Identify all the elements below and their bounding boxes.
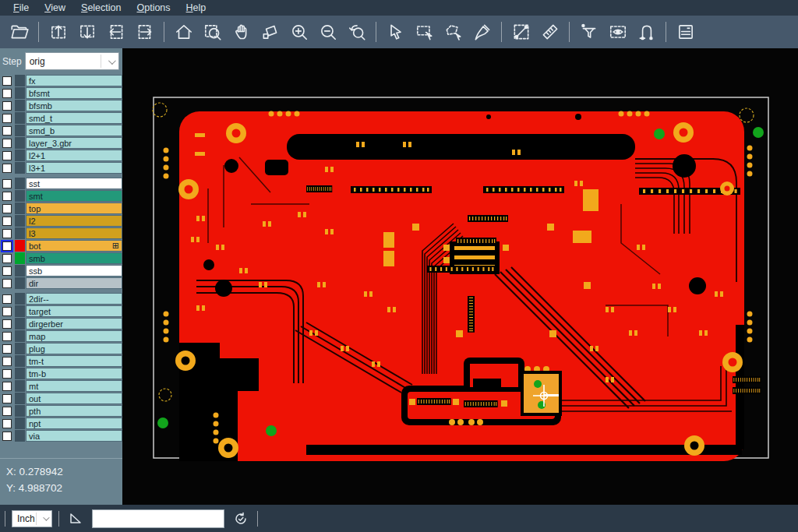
layer-swatch[interactable]	[15, 87, 25, 99]
layer-row-l2[interactable]: l2	[0, 215, 122, 227]
layer-swatch[interactable]	[15, 380, 25, 392]
step-select[interactable]: orig	[25, 52, 119, 70]
layer-label[interactable]: l2+1	[26, 150, 122, 161]
layer-swatch[interactable]	[15, 355, 25, 367]
layer-row-tm-b[interactable]: tm-b	[0, 368, 122, 379]
menu-file[interactable]: File	[6, 1, 36, 15]
measure-line-button[interactable]	[507, 18, 535, 46]
layer-swatch[interactable]	[15, 293, 25, 305]
route-path-button[interactable]	[632, 18, 661, 46]
layer-label[interactable]: mt	[26, 380, 122, 392]
select-polygon-button[interactable]	[439, 18, 468, 46]
layer-swatch[interactable]	[15, 125, 25, 136]
unit-select[interactable]: Inch	[12, 510, 52, 527]
shift-up-button[interactable]	[44, 18, 72, 46]
layer-checkbox[interactable]	[2, 344, 12, 354]
layer-checkbox[interactable]	[2, 419, 12, 428]
layer-checkbox[interactable]	[2, 357, 12, 366]
clean-brush-button[interactable]	[468, 18, 496, 46]
layer-checkbox[interactable]	[2, 241, 12, 251]
layer-label[interactable]: sst	[26, 178, 122, 189]
shift-right-button[interactable]	[130, 18, 159, 46]
layer-checkbox[interactable]	[2, 266, 12, 276]
layer-label[interactable]: tm-b	[26, 368, 122, 379]
layer-label[interactable]: dirgerber	[26, 318, 122, 329]
layer-label[interactable]: l3+1	[26, 162, 122, 174]
layer-row-2dir[interactable]: 2dir--	[0, 293, 122, 305]
layer-row-l3[interactable]: l3	[0, 227, 122, 239]
layer-row-via[interactable]: via	[0, 430, 122, 442]
layer-checkbox[interactable]	[2, 114, 12, 123]
measure-ruler-button[interactable]	[535, 18, 564, 46]
layer-checkbox[interactable]	[2, 139, 12, 148]
layer-swatch[interactable]	[15, 265, 25, 277]
layer-row-bot[interactable]: bot⊞	[0, 240, 122, 252]
layer-row-smd_b[interactable]: smd_b	[0, 125, 122, 136]
zoom-window-button[interactable]	[198, 18, 227, 46]
layer-row-layer_3[interactable]: layer_3.gbr	[0, 137, 122, 149]
select-rectangle-button[interactable]	[410, 18, 439, 46]
zoom-out-button[interactable]	[313, 18, 342, 46]
select-pointer-button[interactable]	[381, 18, 410, 46]
layer-label[interactable]: bot⊞	[26, 240, 122, 252]
zoom-previous-button[interactable]	[342, 18, 371, 46]
layer-swatch[interactable]	[15, 162, 25, 174]
layer-checkbox[interactable]	[2, 179, 12, 188]
zoom-profile-button[interactable]	[256, 18, 284, 46]
layer-checkbox[interactable]	[2, 369, 12, 379]
layer-checkbox[interactable]	[2, 89, 12, 98]
layer-row-sst[interactable]: sst	[0, 178, 122, 189]
layer-swatch[interactable]	[15, 203, 25, 214]
layer-row-fx[interactable]: fx	[0, 75, 122, 86]
home-view-button[interactable]	[169, 18, 198, 46]
layer-row-bfsmt[interactable]: bfsmt	[0, 87, 122, 99]
layer-label[interactable]: map	[26, 330, 122, 342]
layer-swatch[interactable]	[15, 330, 25, 342]
layer-label[interactable]: smt	[26, 190, 122, 202]
layer-swatch[interactable]	[15, 227, 25, 239]
layer-swatch[interactable]	[15, 343, 25, 354]
layer-row-tm-t[interactable]: tm-t	[0, 355, 122, 367]
layer-swatch[interactable]	[15, 150, 25, 161]
layer-row-map[interactable]: map	[0, 330, 122, 342]
sync-button[interactable]	[231, 509, 251, 529]
menu-selection[interactable]: Selection	[74, 1, 128, 15]
layer-label[interactable]: l2	[26, 215, 122, 227]
layer-swatch[interactable]	[15, 430, 25, 442]
layer-checkbox[interactable]	[2, 164, 12, 173]
layer-swatch[interactable]	[15, 252, 25, 264]
shift-left-button[interactable]	[101, 18, 130, 46]
layer-label[interactable]: smd_t	[26, 112, 122, 124]
grid-icon[interactable]: ⊞	[112, 241, 119, 250]
layer-row-smt[interactable]: smt	[0, 190, 122, 202]
layer-checkbox[interactable]	[2, 307, 12, 316]
layer-swatch[interactable]	[15, 393, 25, 404]
layer-label[interactable]: l3	[26, 227, 122, 239]
layer-label[interactable]: smd_b	[26, 125, 122, 136]
layer-label[interactable]: 2dir--	[26, 293, 122, 305]
open-button[interactable]	[5, 18, 34, 46]
layer-checkbox[interactable]	[2, 432, 12, 441]
layers-panel-button[interactable]	[671, 18, 700, 46]
zoom-in-button[interactable]	[284, 18, 313, 46]
layer-row-ssb[interactable]: ssb	[0, 265, 122, 277]
pcb-canvas[interactable]	[122, 48, 798, 505]
layer-label[interactable]: npt	[26, 417, 122, 429]
layer-row-smb[interactable]: smb	[0, 252, 122, 264]
layer-checkbox[interactable]	[2, 319, 12, 329]
layer-row-dir[interactable]: dir	[0, 277, 122, 289]
layer-swatch[interactable]	[15, 417, 25, 429]
layer-swatch[interactable]	[15, 100, 25, 111]
shift-down-button[interactable]	[72, 18, 101, 46]
layer-swatch[interactable]	[15, 75, 25, 86]
layer-swatch[interactable]	[15, 178, 25, 189]
layer-label[interactable]: bfsmb	[26, 100, 122, 111]
layer-checkbox[interactable]	[2, 332, 12, 341]
menu-help[interactable]: Help	[179, 1, 214, 15]
layer-swatch[interactable]	[15, 215, 25, 227]
layer-label[interactable]: pth	[26, 405, 122, 417]
filter-button[interactable]	[574, 18, 603, 46]
layer-checkbox[interactable]	[2, 254, 12, 263]
layer-row-smd_t[interactable]: smd_t	[0, 112, 122, 124]
layer-checkbox[interactable]	[2, 382, 12, 391]
